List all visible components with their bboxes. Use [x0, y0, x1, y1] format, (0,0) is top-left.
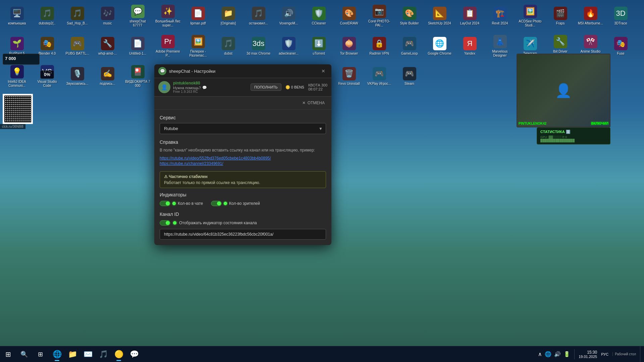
icon-acdsee[interactable]: 🖼️ ACDSee Photo Studi...: [516, 3, 544, 29]
desktop: 🖥️ компьюшка 🎵 dubstep2(.. 🎵 Sad_Hop_B..…: [0, 0, 644, 362]
icon-tor-browser[interactable]: 🧅 Tor Browser: [335, 33, 363, 60]
icon-idea[interactable]: 💡 IntelliJ IDEA Communi...: [3, 63, 31, 90]
help-link-2[interactable]: https://rutube.ru/channel/23349691/: [160, 161, 326, 166]
indicator-chat-label: Кол-во в чате: [178, 201, 203, 206]
systray-battery-icon[interactable]: 🔋: [564, 351, 570, 357]
icon-ccleaner[interactable]: 🛡️ CCleaner: [305, 3, 333, 29]
icon-untitled-1[interactable]: 📄 Untitled-1...: [123, 33, 152, 60]
icon-vkplay[interactable]: 🎮 VKPlay Игрос...: [365, 63, 393, 90]
icon-sketchup[interactable]: 📐 SketchUp 2024: [425, 3, 454, 29]
channel-id-title: Канал ID: [160, 212, 326, 217]
taskbar-mail-pin[interactable]: ✉️: [80, 347, 95, 362]
channel-status-toggle[interactable]: [160, 220, 170, 226]
icon-google-chrome[interactable]: 🌐 Google Chrome: [425, 33, 454, 60]
toggle-dot: [166, 201, 170, 205]
icon-coreldraw[interactable]: 🎨 CorelDRAW: [335, 3, 363, 29]
icon-style-builder[interactable]: 🎨 Style Builder: [395, 3, 424, 29]
icon-dubst[interactable]: 🎵 dubst: [214, 33, 243, 60]
icon-kompyushka[interactable]: 🖥️ компьюшка: [3, 3, 31, 29]
cancel-label: ОТМЕНА: [308, 101, 325, 105]
icon-layout[interactable]: 📋 LayOut 2024: [455, 3, 484, 29]
taskbar: ⊞ 🔍 ⊞ 🌐 📁 ✉️ 🎵 🟡 💬 ∧ 🌐 🔊 🔋: [0, 346, 644, 362]
taskbar-sheepschat-pin[interactable]: 💬: [127, 347, 142, 362]
icon-videokarta[interactable]: 🎴 ВИДЕОКАРТА 7 000: [123, 63, 152, 90]
icon-fraps[interactable]: 🎬 Fraps: [546, 3, 575, 29]
icon-fuse[interactable]: 🎭 Fuse: [606, 33, 635, 60]
channel-id-input[interactable]: [160, 229, 326, 240]
icon-originals[interactable]: 📁 [Originals]: [214, 3, 243, 29]
taskbar-media-pin[interactable]: 🎵: [96, 347, 111, 362]
icon-revo[interactable]: 🗑️ Revo Uninstall: [335, 63, 363, 90]
icon-lipman[interactable]: 📄 lipman.pdf: [184, 3, 212, 29]
qr-code-overlay: [3, 94, 33, 124]
icon-3dmax[interactable]: 3ds 3d max Chrome: [244, 33, 273, 60]
balance-quota: КВОТА 300: [308, 83, 327, 87]
stats-content: GPU: ▓▓░░░░ E:0 ████████████████: [540, 135, 607, 142]
icon-radmin[interactable]: 🔒 Radmin VPN: [365, 33, 393, 60]
icon-voxengo[interactable]: 🔊 VoxengoM...: [274, 3, 303, 29]
channel-url-text: clck.ru/36N8I8: [0, 124, 25, 129]
help-link-1[interactable]: https://rutube.ru/video/552fbd376ed05cbe…: [160, 156, 326, 161]
channel-status-row: Отображать индикатор состояния канала: [160, 220, 326, 226]
show-desktop-button[interactable]: [640, 346, 644, 362]
service-select-wrapper: Rutube YouTube Twitch VK ▼: [160, 123, 326, 134]
videokarta-value: 7 000: [5, 56, 37, 61]
icon-zvukozapis[interactable]: 🎙️ Звукозапись...: [63, 63, 92, 90]
left-overlay-panel: 7 000: [3, 54, 40, 65]
systray-volume-icon[interactable]: 🔊: [554, 351, 561, 357]
icon-yandex[interactable]: Я Yandex: [455, 33, 484, 60]
icon-dubstep[interactable]: 🎵 dubstep2(..: [33, 3, 61, 29]
icon-adobe[interactable]: Pr Adobe Premiere P...: [154, 33, 182, 60]
channel-status-label: Отображать индикатор состояния канала: [179, 221, 257, 225]
icon-marvelous[interactable]: 👗 Marvelous Designer: [486, 33, 514, 60]
search-icon: 🔍: [20, 351, 28, 358]
help-section: Справка В поле "канал" необходимо встави…: [160, 139, 326, 166]
systray-arrow-icon[interactable]: ∧: [538, 351, 542, 357]
taskbar-language[interactable]: РУС: [599, 352, 610, 356]
taskbar-explorer-pin[interactable]: 📁: [65, 347, 80, 362]
webcam-overlay: 👤 PINTUKLENOK42 ВКЛЮЧИЛ: [517, 54, 610, 127]
dialog-user-info: 👤 pintuklenok80 Нужна помощь? 💬 Free 1.9…: [158, 81, 207, 94]
start-icon: ⊞: [5, 350, 11, 358]
icon-sad-hop[interactable]: 🎵 Sad_Hop_B...: [63, 3, 92, 29]
help-title: Справка: [160, 139, 326, 145]
start-button[interactable]: ⊞: [0, 346, 16, 362]
icon-corel-photo[interactable]: 📷 Corel PHOTO-PAI...: [365, 3, 393, 29]
icon-sheepschat[interactable]: 💬 sheepChat 67777: [123, 3, 152, 29]
user-name: pintuklenok80: [173, 81, 207, 85]
icon-pelerya[interactable]: 🖼️ Пелерея - Разлипас...: [184, 33, 212, 60]
icon-adwcleaner[interactable]: 🛡️ adwcleaner...: [274, 33, 303, 60]
indicator-viewers-toggle[interactable]: [211, 201, 222, 206]
cancel-button[interactable]: ✕ ОТМЕНА: [300, 99, 327, 107]
dialog-title: sheepChat - Настройки: [169, 69, 215, 74]
systray-network-icon[interactable]: 🌐: [545, 351, 551, 357]
icon-gameloop[interactable]: 🎮 GameLoop: [395, 33, 424, 60]
icon-msi[interactable]: 🔥 MSI Afterburne...: [576, 3, 605, 29]
taskbar-chrome-pin[interactable]: 🌐: [50, 347, 64, 362]
icon-music[interactable]: 🎶 music: [93, 3, 122, 29]
icon-steam[interactable]: 🎮 Steam: [395, 63, 424, 90]
icon-whql-amd[interactable]: 🔧 whql-amd-...: [93, 33, 122, 60]
indicators-section: Индикаторы Кол-во в чате: [160, 192, 326, 206]
top-up-button[interactable]: ПОПОЛНИТЬ: [251, 83, 281, 91]
icon-volshebny[interactable]: ✨ Волшебный Лес super...: [154, 3, 182, 29]
indicators-row: Кол-во в чате Кол-во зрителей: [160, 201, 326, 206]
icon-utorrent[interactable]: ⬇️ uTorrent: [305, 33, 333, 60]
toggle-dot-viewers: [217, 201, 221, 205]
service-select[interactable]: Rutube YouTube Twitch VK: [160, 123, 326, 134]
webcam-label: ВКЛЮЧИЛ: [591, 122, 608, 125]
icon-ostanovilsya[interactable]: 🎵 остановил...: [244, 3, 273, 29]
icon-podpis[interactable]: ✍️ подпись...: [93, 63, 122, 90]
icon-3dtrace[interactable]: 3D 3DTrace: [606, 3, 635, 29]
taskbar-desktop-label[interactable]: Рабочий стол: [612, 352, 636, 356]
taskbar-browser-pin[interactable]: 🟡: [111, 347, 126, 362]
icon-pubg[interactable]: 🎮 PUBG BATTL...: [63, 33, 92, 60]
dialog-app-icon: 💬: [158, 67, 166, 75]
dialog-titlebar: 💬 sheepChat - Настройки ✕: [154, 64, 331, 78]
indicator-chat-toggle[interactable]: [160, 201, 170, 206]
indicator-viewers-label: Кол-во зрителей: [229, 201, 260, 206]
taskbar-apps-button[interactable]: ⊞: [32, 346, 48, 362]
dialog-close-button[interactable]: ✕: [319, 67, 327, 75]
icon-revit[interactable]: 🏗️ Revit 2024: [486, 3, 514, 29]
taskbar-search-button[interactable]: 🔍: [16, 346, 32, 362]
